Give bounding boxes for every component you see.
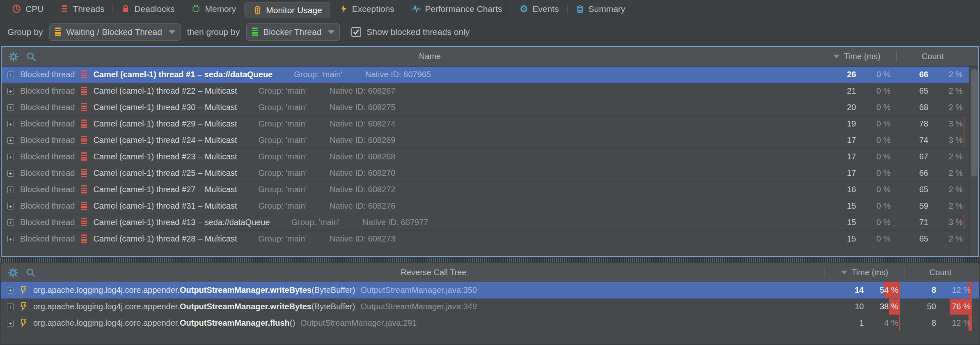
time-percent: 0 % xyxy=(862,116,896,132)
thread-kind-label: Blocked thread xyxy=(20,70,75,79)
time-value: 21 xyxy=(817,83,862,99)
column-header-count[interactable]: Count xyxy=(897,52,969,61)
count-value: 59 xyxy=(896,198,934,214)
time-header-label: Time (ms) xyxy=(844,52,880,61)
count-value: 67 xyxy=(896,149,934,165)
time-percent-text: 38 % xyxy=(879,302,898,311)
tab-summary[interactable]: Summary xyxy=(568,0,633,18)
expand-toggle-icon[interactable]: + xyxy=(7,121,14,127)
thread-row[interactable]: +Blocked threadCamel (camel-1) thread #1… xyxy=(2,67,978,83)
count-percent-text: 76 % xyxy=(952,302,971,311)
thread-row[interactable]: +Blocked threadCamel (camel-1) thread #3… xyxy=(2,99,978,116)
expand-toggle-icon[interactable]: + xyxy=(7,186,14,193)
thread-row-label: +Blocked threadCamel (camel-1) thread #2… xyxy=(2,136,817,145)
thread-row[interactable]: +Blocked threadCamel (camel-1) thread #2… xyxy=(2,182,978,198)
count-value: 50 xyxy=(904,299,942,315)
thread-group: Group: 'main' xyxy=(259,103,307,112)
column-header-name[interactable]: Name xyxy=(43,52,817,61)
expand-toggle-icon[interactable]: + xyxy=(7,71,14,78)
thread-name: Camel (camel-1) thread #28 – Multicast xyxy=(93,234,237,244)
method-name: OutputStreamManager.writeBytes xyxy=(180,285,311,295)
search-icon[interactable] xyxy=(26,51,37,62)
method-package: org.apache.logging.log4j.core.appender. xyxy=(33,285,180,295)
expand-toggle-icon[interactable]: + xyxy=(7,170,14,177)
expand-toggle-icon[interactable]: + xyxy=(7,304,14,310)
thread-row[interactable]: +Blocked threadCamel (camel-1) thread #3… xyxy=(2,198,978,214)
scrollbar-thumb[interactable] xyxy=(971,69,978,177)
count-percent: 2 % xyxy=(934,165,969,181)
expand-toggle-icon[interactable]: + xyxy=(7,287,14,294)
time-value: 17 xyxy=(817,132,862,148)
expand-toggle-icon[interactable]: + xyxy=(7,320,14,327)
tab-exceptions[interactable]: Exceptions xyxy=(332,0,402,18)
panel-splitter-handle[interactable] xyxy=(0,258,980,262)
blocked-thread-icon xyxy=(81,218,87,227)
eye-icon xyxy=(519,4,529,14)
row-values: 170 %672 % xyxy=(817,149,969,165)
count-value: 78 xyxy=(896,116,934,132)
tab-performance-charts[interactable]: Performance Charts xyxy=(403,0,510,18)
thread-row[interactable]: +Blocked threadCamel (camel-1) thread #1… xyxy=(2,214,978,231)
time-value: 19 xyxy=(817,116,862,132)
time-percent-text: 0 % xyxy=(877,185,891,194)
time-percent-text: 0 % xyxy=(877,136,891,145)
thread-row[interactable]: +Blocked threadCamel (camel-1) thread #2… xyxy=(2,83,978,99)
source-location: OutputStreamManager.java:291 xyxy=(300,318,417,328)
thread-name: Camel (camel-1) thread #23 – Multicast xyxy=(93,152,237,161)
time-value: 14 xyxy=(824,282,870,298)
column-header-time[interactable]: Time (ms) xyxy=(817,52,896,61)
vertical-scrollbar[interactable] xyxy=(969,67,978,256)
expand-toggle-icon[interactable]: + xyxy=(7,88,14,94)
call-tree-row[interactable]: +org.apache.logging.log4j.core.appender.… xyxy=(1,315,979,331)
thread-row[interactable]: +Blocked threadCamel (camel-1) thread #2… xyxy=(2,231,978,247)
expand-toggle-icon[interactable]: + xyxy=(7,104,14,111)
tab-memory[interactable]: Memory xyxy=(183,0,244,18)
thread-row[interactable]: +Blocked threadCamel (camel-1) thread #2… xyxy=(2,132,978,149)
chevron-down-icon xyxy=(169,30,175,34)
count-percent: 2 % xyxy=(934,231,969,247)
count-value: 65 xyxy=(896,182,934,198)
expand-toggle-icon[interactable]: + xyxy=(7,236,14,242)
view-settings-gear-icon[interactable] xyxy=(8,51,19,62)
count-value: 66 xyxy=(896,165,934,181)
thread-row[interactable]: +Blocked threadCamel (camel-1) thread #2… xyxy=(2,116,978,132)
row-values: 170 %662 % xyxy=(817,165,969,181)
tab-events[interactable]: Events xyxy=(511,0,567,18)
count-value: 74 xyxy=(896,132,934,148)
view-settings-gear-icon[interactable] xyxy=(8,267,18,278)
tab-deadlocks[interactable]: Deadlocks xyxy=(113,0,182,18)
show-blocked-threads-option[interactable]: Show blocked threads only xyxy=(351,27,469,37)
count-percent: 2 % xyxy=(934,99,969,115)
group-by-dropdown[interactable]: Waiting / Blocked Thread xyxy=(49,23,180,41)
search-icon[interactable] xyxy=(25,267,36,278)
tab-threads[interactable]: Threads xyxy=(53,0,112,18)
percent-bar xyxy=(899,315,900,331)
thread-kind-label: Blocked thread xyxy=(20,168,75,178)
call-tree-row[interactable]: +org.apache.logging.log4j.core.appender.… xyxy=(1,282,979,299)
column-header-time[interactable]: Time (ms) xyxy=(825,268,904,277)
thread-row[interactable]: +Blocked threadCamel (camel-1) thread #2… xyxy=(2,165,978,182)
thread-kind-label: Blocked thread xyxy=(20,218,75,227)
thread-group: Group: 'main' xyxy=(294,70,342,79)
cpu-clock-icon xyxy=(12,4,21,14)
call-tree-row[interactable]: +org.apache.logging.log4j.core.appender.… xyxy=(1,299,979,315)
thread-native-id: Native ID: 608275 xyxy=(330,103,395,112)
column-header-count[interactable]: Count xyxy=(904,268,976,277)
count-percent: 2 % xyxy=(934,182,969,198)
tab-label: Summary xyxy=(588,4,625,14)
then-group-by-dropdown[interactable]: Blocker Thread xyxy=(246,23,340,41)
time-percent: 0 % xyxy=(862,182,896,198)
tab-cpu[interactable]: CPU xyxy=(4,0,51,18)
method-args: () xyxy=(290,318,295,328)
tab-monitor-usage[interactable]: Monitor Usage xyxy=(245,2,330,18)
count-percent-text: 2 % xyxy=(949,234,963,244)
thread-row[interactable]: +Blocked threadCamel (camel-1) thread #2… xyxy=(2,149,978,165)
count-percent-text: 2 % xyxy=(949,70,963,79)
expand-toggle-icon[interactable]: + xyxy=(7,203,14,209)
tab-separator xyxy=(244,4,245,14)
expand-toggle-icon[interactable]: + xyxy=(7,137,14,144)
expand-toggle-icon[interactable]: + xyxy=(7,219,14,226)
row-values: 14 %812 % xyxy=(824,315,976,331)
show-blocked-threads-checkbox[interactable] xyxy=(351,27,361,37)
expand-toggle-icon[interactable]: + xyxy=(7,154,14,160)
